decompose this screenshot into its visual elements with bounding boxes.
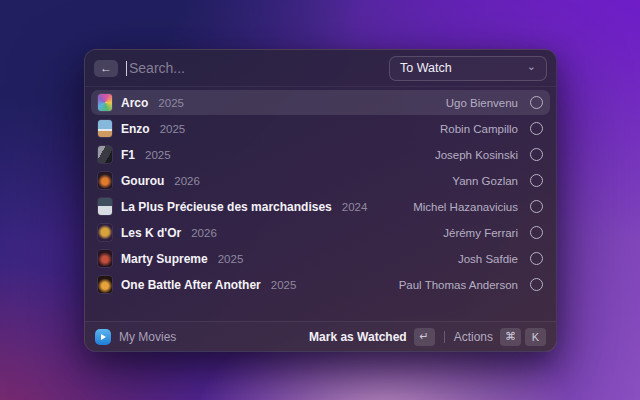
watched-checkbox[interactable]: [530, 96, 543, 109]
k-key-icon: K: [525, 328, 546, 346]
movie-title: La Plus Précieuse des marchandises: [121, 200, 332, 214]
actions-button[interactable]: Actions: [454, 330, 493, 344]
movie-director: Robin Campillo: [440, 123, 518, 135]
list-item-one-battle-after-another[interactable]: One Battle After Another 2025 Paul Thoma…: [91, 272, 550, 297]
movie-list: Arco 2025 Ugo Bienvenu Enzo 2025 Robin C…: [85, 87, 556, 321]
search-field-wrap: [126, 60, 389, 76]
movie-poster-icon: [98, 172, 112, 189]
watched-checkbox[interactable]: [530, 252, 543, 265]
movie-year: 2025: [160, 123, 186, 135]
movie-year: 2025: [145, 149, 171, 161]
movie-poster-icon: [98, 224, 112, 241]
watched-checkbox[interactable]: [530, 226, 543, 239]
list-item-les-k-dor[interactable]: Les K d'Or 2026 Jérémy Ferrari: [91, 220, 550, 245]
list-item-f1[interactable]: F1 2025 Joseph Kosinski: [91, 142, 550, 167]
movie-poster-icon: [98, 120, 112, 137]
movie-director: Josh Safdie: [458, 253, 518, 265]
watched-checkbox[interactable]: [530, 174, 543, 187]
movie-director: Jérémy Ferrari: [443, 227, 518, 239]
back-button[interactable]: ←: [94, 60, 118, 77]
movie-director: Yann Gozlan: [452, 175, 518, 187]
movie-year: 2026: [191, 227, 217, 239]
desktop-background: ← To Watch ⌄ Arco 2025 Ugo Bienvenu: [0, 0, 640, 400]
movie-year: 2026: [174, 175, 200, 187]
app-name: My Movies: [119, 330, 176, 344]
movie-title: Arco: [121, 96, 148, 110]
movie-year: 2025: [158, 97, 184, 109]
movie-director: Paul Thomas Anderson: [399, 279, 518, 291]
movie-launcher-window: ← To Watch ⌄ Arco 2025 Ugo Bienvenu: [84, 49, 557, 352]
my-movies-app-icon: [95, 329, 111, 345]
watched-checkbox[interactable]: [530, 148, 543, 161]
list-item-gourou[interactable]: Gourou 2026 Yann Gozlan: [91, 168, 550, 193]
movie-title: Les K d'Or: [121, 226, 181, 240]
movie-poster-icon: [98, 198, 112, 215]
movie-poster-icon: [98, 146, 112, 163]
watched-checkbox[interactable]: [530, 278, 543, 291]
list-item-arco[interactable]: Arco 2025 Ugo Bienvenu: [91, 90, 550, 115]
command-key-icon: ⌘: [500, 328, 521, 346]
movie-director: Joseph Kosinski: [435, 149, 518, 161]
movie-year: 2025: [218, 253, 244, 265]
movie-director: Michel Hazanavicius: [413, 201, 518, 213]
text-caret: [126, 61, 127, 76]
movie-year: 2024: [342, 201, 368, 213]
watched-checkbox[interactable]: [530, 122, 543, 135]
play-icon: [101, 334, 106, 340]
search-input[interactable]: [129, 60, 389, 76]
filter-dropdown-value: To Watch: [400, 61, 452, 75]
mark-as-watched-button[interactable]: Mark as Watched: [309, 330, 407, 344]
action-bar: My Movies Mark as Watched ↵ Actions ⌘ K: [85, 321, 556, 351]
chevron-down-icon: ⌄: [527, 63, 536, 70]
movie-poster-icon: [98, 250, 112, 267]
movie-title: One Battle After Another: [121, 278, 261, 292]
return-key-icon: ↵: [414, 328, 435, 346]
list-item-marty-supreme[interactable]: Marty Supreme 2025 Josh Safdie: [91, 246, 550, 271]
movie-year: 2025: [271, 279, 297, 291]
list-item-enzo[interactable]: Enzo 2025 Robin Campillo: [91, 116, 550, 141]
movie-title: Marty Supreme: [121, 252, 208, 266]
list-item-la-plus-precieuse[interactable]: La Plus Précieuse des marchandises 2024 …: [91, 194, 550, 219]
movie-title: Enzo: [121, 122, 150, 136]
filter-dropdown[interactable]: To Watch ⌄: [389, 56, 547, 81]
divider: [444, 331, 445, 343]
movie-poster-icon: [98, 276, 112, 293]
movie-title: Gourou: [121, 174, 164, 188]
arrow-left-icon: ←: [100, 62, 112, 74]
movie-title: F1: [121, 148, 135, 162]
movie-director: Ugo Bienvenu: [446, 97, 518, 109]
watched-checkbox[interactable]: [530, 200, 543, 213]
search-header: ← To Watch ⌄: [85, 50, 556, 87]
movie-poster-icon: [98, 94, 112, 111]
